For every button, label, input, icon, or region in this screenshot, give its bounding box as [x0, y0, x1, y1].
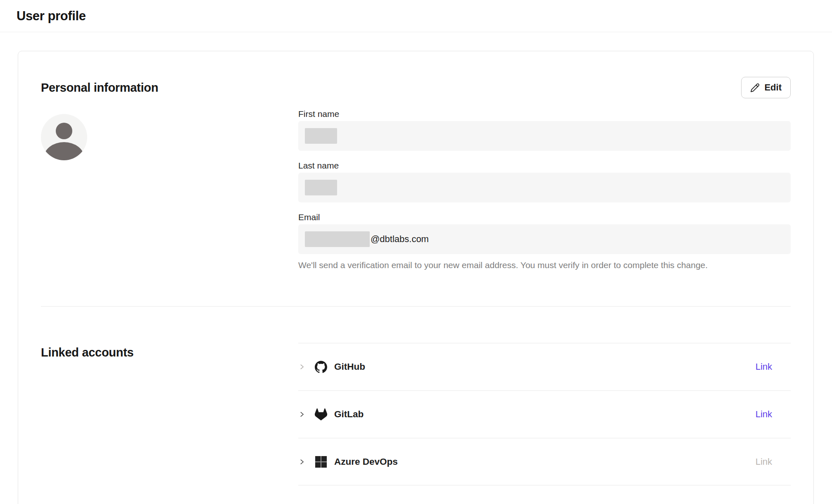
azure-devops-icon — [315, 456, 327, 468]
pencil-icon — [750, 83, 760, 93]
gitlab-icon — [315, 408, 327, 421]
linked-accounts-section: Linked accounts GitHub Link — [41, 307, 791, 485]
github-icon — [315, 361, 327, 373]
email-label: Email — [298, 212, 791, 222]
edit-button-label: Edit — [764, 82, 782, 93]
email-field[interactable]: @dbtlabs.com — [298, 224, 791, 254]
first-name-group: First name — [298, 109, 791, 151]
last-name-redacted-value — [305, 180, 337, 195]
user-profile-card: Personal information Edit First name — [18, 51, 814, 504]
avatar — [41, 114, 87, 160]
linked-accounts-heading: Linked accounts — [41, 307, 298, 485]
linked-accounts-list: GitHub Link GitLab Link — [298, 343, 791, 485]
linked-account-row-gitlab: GitLab Link — [298, 390, 791, 438]
last-name-label: Last name — [298, 161, 791, 171]
github-link-action[interactable]: Link — [756, 361, 772, 372]
chevron-right-icon[interactable] — [298, 411, 306, 418]
linked-account-row-azure-devops: Azure DevOps Link — [298, 438, 791, 485]
gitlab-link-action[interactable]: Link — [756, 409, 772, 420]
personal-info-section-head: Personal information Edit — [41, 51, 791, 98]
linked-account-row-github: GitHub Link — [298, 343, 791, 390]
email-redacted-value — [305, 231, 370, 247]
chevron-right-icon[interactable] — [298, 363, 306, 371]
page-header: User profile — [0, 0, 832, 32]
personal-info-form: First name Last name Email @dbtlabs.com … — [298, 109, 791, 271]
first-name-field[interactable] — [298, 121, 791, 151]
email-help-text: We'll send a verification email to your … — [298, 260, 791, 271]
page-title: User profile — [17, 9, 86, 24]
edit-button[interactable]: Edit — [741, 77, 791, 98]
provider-name-github: GitHub — [334, 361, 365, 372]
email-group: Email @dbtlabs.com We'll send a verifica… — [298, 212, 791, 271]
first-name-redacted-value — [305, 128, 337, 144]
chevron-right-icon[interactable] — [298, 458, 306, 466]
last-name-field[interactable] — [298, 173, 791, 202]
avatar-person-icon — [56, 123, 72, 139]
provider-name-gitlab: GitLab — [334, 409, 364, 420]
personal-info-heading: Personal information — [41, 81, 158, 95]
provider-name-azure-devops: Azure DevOps — [334, 456, 398, 467]
avatar-column — [41, 109, 298, 271]
first-name-label: First name — [298, 109, 791, 119]
last-name-group: Last name — [298, 161, 791, 202]
email-domain-suffix: @dbtlabs.com — [371, 234, 429, 245]
azure-devops-link-action-disabled: Link — [756, 456, 772, 467]
